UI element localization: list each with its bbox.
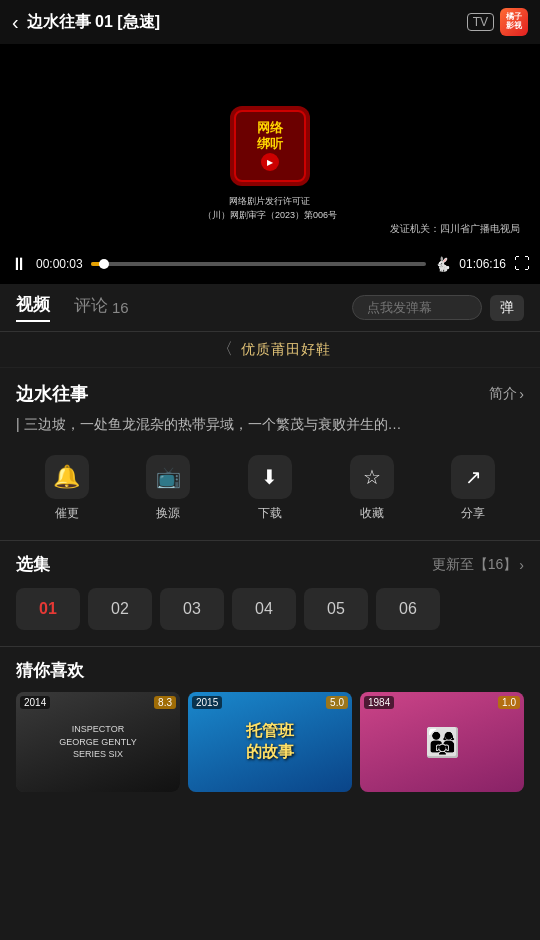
episode-item[interactable]: 06	[376, 588, 440, 630]
play-pause-button[interactable]: ⏸	[10, 254, 28, 275]
episode-section-title: 选集	[16, 553, 50, 576]
tabs-row: 视频 评论 16 弹	[0, 284, 540, 332]
share-label: 分享	[461, 505, 485, 522]
action-download[interactable]: ⬇ 下载	[248, 455, 292, 522]
reco-year-3: 1984	[364, 696, 394, 709]
logo-play-btn: ▶	[261, 153, 279, 171]
fullscreen-button[interactable]: ⛶	[514, 255, 530, 273]
remind-label: 催更	[55, 505, 79, 522]
app-logo-box[interactable]: 橘子影视	[500, 8, 528, 36]
tab-comment[interactable]: 评论	[74, 294, 108, 321]
video-player[interactable]: 网络绑听 ▶ 网络剧片发行许可证 （川）网剧审字（2023）第006号 发证机关…	[0, 44, 540, 284]
download-label: 下载	[258, 505, 282, 522]
back-icon[interactable]: ‹	[12, 11, 19, 34]
reco-title: 猜你喜欢	[16, 659, 524, 682]
show-title: 边水往事	[16, 382, 88, 406]
intro-label: 简介	[489, 385, 517, 403]
app-logo: 橘子影视	[500, 8, 528, 36]
episode-item[interactable]: 03	[160, 588, 224, 630]
favorite-label: 收藏	[360, 505, 384, 522]
tv-badge[interactable]: TV	[467, 13, 494, 31]
episode-arrow-icon: ›	[519, 557, 524, 573]
time-current: 00:00:03	[36, 257, 83, 271]
ad-arrow-left[interactable]: 〈	[209, 339, 241, 360]
show-info: 边水往事 简介 ›	[0, 368, 540, 412]
reco-year-2: 2015	[192, 696, 222, 709]
share-icon: ↗	[451, 455, 495, 499]
action-favorite[interactable]: ☆ 收藏	[350, 455, 394, 522]
top-bar: ‹ 边水往事 01 [急速] TV 橘子影视	[0, 0, 540, 44]
favorite-icon: ☆	[350, 455, 394, 499]
episode-item[interactable]: 05	[304, 588, 368, 630]
license-logo-inner: 网络绑听 ▶	[234, 110, 306, 182]
reco-thumb-3: 1984 1.0 👨‍👩‍👧	[360, 692, 524, 792]
page-title: 边水往事 01 [急速]	[27, 12, 160, 33]
episode-item[interactable]: 02	[88, 588, 152, 630]
source-label: 换源	[156, 505, 180, 522]
episode-item[interactable]: 01	[16, 588, 80, 630]
progress-bar[interactable]	[91, 262, 427, 266]
divider-2	[0, 646, 540, 647]
reco-card[interactable]: 1984 1.0 👨‍👩‍👧	[360, 692, 524, 792]
episode-item[interactable]: 04	[232, 588, 296, 630]
tab-comment-wrap: 评论 16	[74, 294, 129, 321]
progress-dot	[99, 259, 109, 269]
episode-update-link[interactable]: 更新至【16】 ›	[432, 556, 524, 574]
reco-rating-3: 1.0	[498, 696, 520, 709]
bunny-icon: 🐇	[434, 256, 451, 272]
action-source[interactable]: 📺 换源	[146, 455, 190, 522]
reco-card[interactable]: 2015 5.0 托管班的故事	[188, 692, 352, 792]
action-row: 🔔 催更 📺 换源 ⬇ 下载 ☆ 收藏 ↗ 分享	[0, 445, 540, 536]
episode-row: 01 02 03 04 05 06	[0, 584, 540, 642]
license-logo: 网络绑听 ▶	[230, 106, 310, 186]
content-area: 边水往事 简介 › | 三边坡，一处鱼龙混杂的热带异域，一个繁茂与衰败并生的… …	[0, 368, 540, 940]
danmu-wrap: 弹	[352, 295, 524, 321]
reco-card[interactable]: 2014 8.3 INSPECTORGEORGE GENTLYSERIES SI…	[16, 692, 180, 792]
reco-thumb-1: 2014 8.3 INSPECTORGEORGE GENTLYSERIES SI…	[16, 692, 180, 792]
comment-count: 16	[112, 299, 129, 316]
license-text: 网络剧片发行许可证 （川）网剧审字（2023）第006号	[203, 194, 337, 223]
logo-chars: 网络绑听	[257, 120, 283, 151]
show-description: | 三边坡，一处鱼龙混杂的热带异域，一个繁茂与衰败并生的…	[0, 412, 540, 445]
top-bar-left: ‹ 边水往事 01 [急速]	[12, 11, 160, 34]
reco-grid: 2014 8.3 INSPECTORGEORGE GENTLYSERIES SI…	[16, 692, 524, 792]
intro-arrow-icon: ›	[519, 386, 524, 402]
divider-1	[0, 540, 540, 541]
episode-update-label: 更新至【16】	[432, 556, 518, 574]
reco-year-1: 2014	[20, 696, 50, 709]
danmu-send-button[interactable]: 弹	[490, 295, 524, 321]
ad-banner: 〈 优质莆田好鞋	[0, 332, 540, 368]
reco-thumb-2: 2015 5.0 托管班的故事	[188, 692, 352, 792]
download-icon: ⬇	[248, 455, 292, 499]
episode-header: 选集 更新至【16】 ›	[0, 545, 540, 584]
intro-link[interactable]: 简介 ›	[489, 385, 524, 403]
recommendations-section: 猜你喜欢 2014 8.3 INSPECTORGEORGE GENTLYSERI…	[0, 651, 540, 802]
issuer-text: 发证机关：四川省广播电视局	[390, 222, 520, 236]
action-share[interactable]: ↗ 分享	[451, 455, 495, 522]
tab-video[interactable]: 视频	[16, 293, 50, 322]
reco-rating-2: 5.0	[326, 696, 348, 709]
time-total: 01:06:16	[459, 257, 506, 271]
remind-icon: 🔔	[45, 455, 89, 499]
ad-text: 优质莆田好鞋	[241, 341, 331, 359]
top-bar-right: TV 橘子影视	[467, 8, 528, 36]
controls-bar: ⏸ 00:00:03 🐇 01:06:16 ⛶	[0, 244, 540, 284]
action-remind[interactable]: 🔔 催更	[45, 455, 89, 522]
source-icon: 📺	[146, 455, 190, 499]
danmu-input[interactable]	[352, 295, 482, 320]
reco-rating-1: 8.3	[154, 696, 176, 709]
